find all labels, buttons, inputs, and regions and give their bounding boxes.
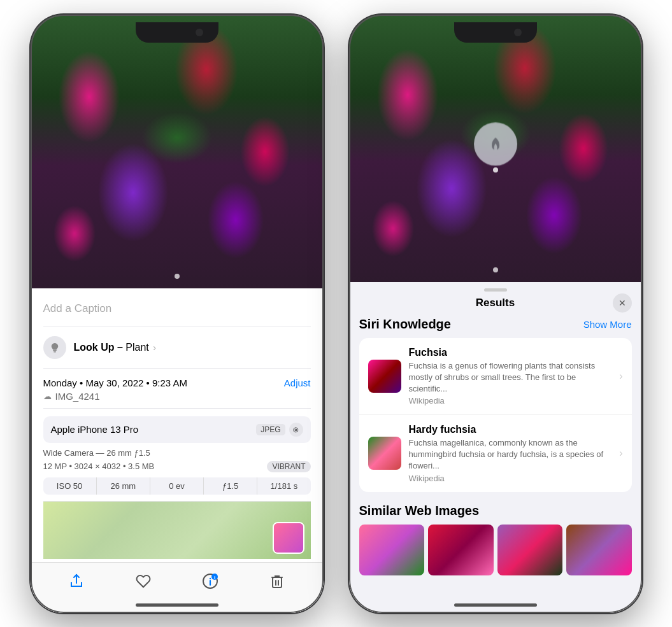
device-row: Apple iPhone 13 Pro JPEG ◎ [43, 416, 311, 443]
svg-point-4 [210, 578, 211, 579]
left-home-indicator [136, 603, 218, 607]
knowledge-item-hardy[interactable]: Hardy fuchsia Fuchsia magellanica, commo… [359, 415, 632, 492]
svg-text:i: i [214, 575, 215, 581]
similar-images-row [359, 525, 632, 575]
look-up-text: Look Up – Plant › [74, 342, 156, 353]
favorite-button[interactable] [131, 568, 156, 594]
caption-placeholder[interactable]: Add a Caption [43, 299, 311, 327]
knowledge-card: Fuchsia Fuchsia is a genus of flowering … [359, 338, 632, 492]
photo-page-dot [175, 274, 180, 279]
share-button[interactable] [64, 568, 89, 594]
fuchsia-desc: Fuchsia is a genus of flowering plants t… [409, 360, 617, 395]
right-home-indicator [454, 603, 537, 607]
siri-knowledge-title: Siri Knowledge [359, 317, 451, 332]
hardy-chevron: › [619, 447, 622, 459]
shutter-cell: 1/181 s [257, 477, 310, 495]
left-photo-area[interactable] [31, 15, 324, 288]
hardy-thumbnail [368, 437, 401, 470]
vibrant-badge: VIBRANT [267, 461, 310, 472]
map-thumbnail [273, 522, 304, 554]
siri-circle [474, 122, 517, 166]
phones-container: Add a Caption Look Up – Plant › [18, 2, 655, 626]
siri-knowledge-header: Siri Knowledge Show More [359, 317, 632, 332]
location-icon: ◎ [289, 423, 303, 437]
show-more-button[interactable]: Show More [583, 319, 632, 330]
fuchsia-source: Wikipedia [409, 396, 617, 405]
close-button[interactable]: ✕ [613, 293, 632, 313]
svg-rect-0 [53, 349, 57, 351]
right-notch [454, 22, 537, 43]
look-up-row[interactable]: Look Up – Plant › [43, 327, 311, 369]
device-badges: JPEG ◎ [256, 423, 303, 437]
mp-info: 12 MP • 3024 × 4032 • 3.5 MB [43, 461, 155, 471]
similar-image-1[interactable] [359, 525, 425, 575]
svg-rect-1 [54, 351, 56, 353]
hardy-text: Hardy fuchsia Fuchsia magellanica, commo… [409, 424, 617, 483]
device-name: Apple iPhone 13 Pro [51, 424, 139, 435]
fuchsia-chevron: › [619, 370, 622, 382]
look-up-icon [43, 336, 66, 359]
similar-image-2[interactable] [428, 525, 494, 575]
cloud-icon: ☁ [43, 391, 52, 401]
map-thumb-image [274, 523, 303, 553]
fuchsia-thumb-image [368, 360, 401, 393]
fuchsia-thumbnail [368, 360, 401, 393]
knowledge-item-fuchsia[interactable]: Fuchsia Fuchsia is a genus of flowering … [359, 338, 632, 416]
meta-section: Monday • May 30, 2022 • 9:23 AM Adjust ☁… [43, 369, 311, 409]
left-phone: Add a Caption Look Up – Plant › [31, 15, 324, 613]
right-screen: Results ✕ Siri Knowledge Show More [349, 15, 642, 613]
camera-specs: Wide Camera — 26 mm ƒ1.5 [43, 448, 311, 458]
notch [136, 22, 218, 43]
similar-image-4[interactable] [566, 525, 632, 575]
device-section: Apple iPhone 13 Pro JPEG ◎ Wide Camera —… [43, 409, 311, 502]
svg-rect-8 [273, 577, 282, 588]
info-button[interactable]: i [197, 568, 223, 594]
hardy-source: Wikipedia [409, 474, 617, 483]
results-handle[interactable] [484, 288, 507, 292]
hardy-desc: Fuchsia magellanica, commonly known as t… [409, 437, 617, 472]
similar-title: Similar Web Images [359, 504, 480, 518]
ev-cell: 0 ev [150, 477, 204, 495]
fuchsia-name: Fuchsia [409, 347, 617, 358]
siri-dot [493, 167, 498, 173]
right-phone: Results ✕ Siri Knowledge Show More [349, 15, 642, 613]
look-up-chevron: › [153, 342, 156, 353]
fuchsia-text: Fuchsia Fuchsia is a genus of flowering … [409, 347, 617, 406]
results-panel: Results ✕ Siri Knowledge Show More [349, 282, 642, 613]
hardy-thumb-image [368, 437, 401, 470]
map-area[interactable] [43, 502, 311, 559]
results-content[interactable]: Siri Knowledge Show More Fuchsia Fuchsia… [349, 317, 642, 613]
photo-date: Monday • May 30, 2022 • 9:23 AM [43, 377, 187, 388]
adjust-button[interactable]: Adjust [284, 377, 311, 388]
similar-section: Similar Web Images [359, 504, 632, 575]
mm-cell: 26 mm [97, 477, 150, 495]
iso-cell: ISO 50 [43, 477, 97, 495]
hardy-name: Hardy fuchsia [409, 424, 617, 435]
left-screen: Add a Caption Look Up – Plant › [31, 15, 324, 613]
right-photo-area [349, 15, 642, 282]
aperture-cell: ƒ1.5 [204, 477, 257, 495]
right-photo-dot [493, 267, 498, 272]
similar-image-3[interactable] [497, 525, 563, 575]
iso-row: ISO 50 26 mm 0 ev ƒ1.5 1/181 s [43, 477, 311, 495]
filename: IMG_4241 [55, 391, 100, 402]
results-title: Results [476, 297, 515, 309]
flower-background [31, 15, 324, 288]
jpeg-badge: JPEG [256, 424, 285, 435]
delete-button[interactable] [264, 568, 290, 594]
results-header: Results ✕ [349, 297, 642, 317]
